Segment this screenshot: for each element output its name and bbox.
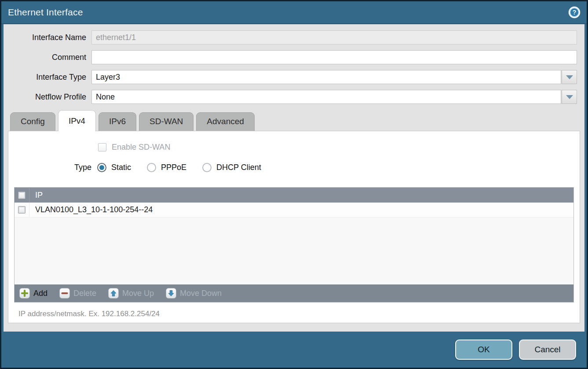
- netflow-profile-dropdown-button[interactable]: [562, 90, 577, 104]
- interface-type-select[interactable]: [91, 70, 561, 84]
- plus-icon: [19, 288, 30, 299]
- interface-name-label: Interface Name: [4, 33, 91, 42]
- help-icon[interactable]: ?: [568, 6, 581, 18]
- minus-icon: [59, 288, 70, 299]
- table-row[interactable]: VLAN0100_L3_10-1-100-254--24: [15, 203, 573, 218]
- table-toolbar: Add Delete Move Up: [15, 284, 573, 302]
- move-up-button-label: Move Up: [122, 289, 154, 298]
- radio-dhcp-client[interactable]: DHCP Client: [202, 163, 261, 172]
- form-row-interface-type: Interface Type: [4, 70, 584, 84]
- ip-table: IP VLAN0100_L3_10-1-100-254--24 Add: [14, 187, 574, 303]
- form-row-comment: Comment: [4, 50, 584, 64]
- ip-column-header: IP: [29, 191, 43, 200]
- radio-dhcp-label: DHCP Client: [216, 163, 261, 172]
- add-button[interactable]: Add: [19, 288, 47, 299]
- tab-ipv4[interactable]: IPv4: [58, 110, 96, 131]
- ip-table-header: IP: [15, 188, 573, 203]
- table-empty-area: [15, 218, 573, 284]
- comment-label: Comment: [4, 53, 91, 62]
- comment-input[interactable]: [91, 50, 577, 64]
- move-down-button[interactable]: Move Down: [166, 288, 222, 299]
- tab-config[interactable]: Config: [10, 112, 55, 131]
- radio-button-icon: [202, 163, 212, 172]
- ip-format-hint: IP address/netmask. Ex. 192.168.2.254/24: [18, 310, 580, 318]
- chevron-down-icon: [566, 95, 573, 99]
- tab-sdwan[interactable]: SD-WAN: [139, 112, 194, 131]
- delete-button-label: Delete: [73, 289, 96, 298]
- cancel-button[interactable]: Cancel: [519, 339, 576, 360]
- interface-type-label: Interface Type: [4, 73, 91, 82]
- row-checkbox-cell: [15, 203, 29, 217]
- enable-sdwan-checkbox[interactable]: [98, 143, 106, 151]
- row-ip-value: VLAN0100_L3_10-1-100-254--24: [29, 205, 153, 214]
- tab-bar: Config IPv4 IPv6 SD-WAN Advanced: [4, 110, 584, 131]
- ok-button[interactable]: OK: [455, 339, 512, 360]
- radio-button-icon: [97, 163, 106, 172]
- chevron-down-icon: [566, 75, 573, 79]
- radio-static-label: Static: [111, 163, 131, 172]
- row-checkbox[interactable]: [18, 206, 26, 214]
- form-row-netflow-profile: Netflow Profile: [4, 90, 584, 104]
- ethernet-interface-dialog: Ethernet Interface ? Interface Name Comm…: [0, 0, 588, 369]
- select-all-checkbox[interactable]: [18, 192, 26, 199]
- interface-type-dropdown-button[interactable]: [562, 70, 577, 84]
- dialog-footer: OK Cancel: [1, 332, 587, 368]
- netflow-profile-label: Netflow Profile: [4, 92, 91, 102]
- dialog-titlebar: Ethernet Interface ?: [1, 1, 587, 24]
- enable-sdwan-label: Enable SD-WAN: [112, 143, 170, 152]
- radio-pppoe[interactable]: PPPoE: [147, 163, 186, 172]
- arrow-down-icon: [166, 288, 176, 299]
- svg-text:?: ?: [573, 9, 577, 16]
- delete-button[interactable]: Delete: [59, 288, 96, 299]
- ipv4-tab-panel: Enable SD-WAN Type Static PPPoE DHCP Cli…: [8, 131, 580, 323]
- radio-pppoe-label: PPPoE: [161, 163, 186, 172]
- tab-ipv6[interactable]: IPv6: [99, 112, 136, 131]
- radio-button-icon: [147, 163, 156, 172]
- select-all-cell: [15, 188, 29, 203]
- move-up-button[interactable]: Move Up: [108, 288, 154, 299]
- dialog-content: Interface Name Comment Interface Type Ne…: [4, 24, 584, 332]
- enable-sdwan-row: Enable SD-WAN: [8, 131, 580, 152]
- radio-static[interactable]: Static: [97, 163, 131, 172]
- interface-name-input: [91, 30, 577, 44]
- tab-advanced[interactable]: Advanced: [196, 112, 255, 131]
- add-button-label: Add: [33, 289, 47, 298]
- type-radio-group: Type Static PPPoE DHCP Client: [8, 163, 580, 172]
- netflow-profile-select[interactable]: [91, 90, 561, 104]
- arrow-up-icon: [108, 288, 119, 299]
- form-row-interface-name: Interface Name: [4, 30, 584, 44]
- move-down-button-label: Move Down: [180, 289, 222, 298]
- dialog-title: Ethernet Interface: [8, 7, 83, 18]
- type-label: Type: [74, 163, 91, 172]
